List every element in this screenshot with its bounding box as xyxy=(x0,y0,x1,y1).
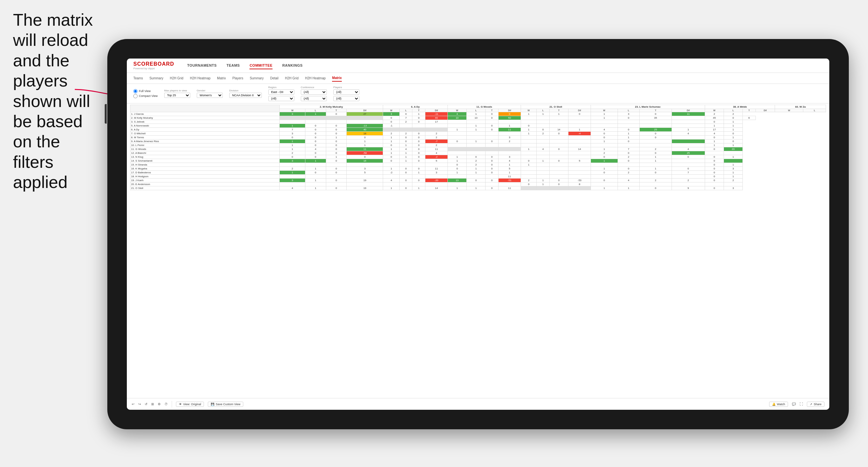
col-webb: 38. A Webb xyxy=(705,105,775,109)
watch-label: Watch xyxy=(777,403,785,406)
nav-tournaments[interactable]: TOURNAMENTS xyxy=(187,62,217,69)
zoom-button[interactable]: ⊞ xyxy=(151,402,154,406)
cell xyxy=(448,175,467,179)
reset-button[interactable]: ↺ xyxy=(145,402,147,406)
cell: 1 xyxy=(305,112,326,116)
cell: 0 xyxy=(412,155,425,159)
cell: 2 xyxy=(723,179,742,182)
cell: 0 xyxy=(486,186,498,190)
view-original-button[interactable]: 👁 View: Original xyxy=(176,402,204,407)
save-custom-button[interactable]: 💾 Save Custom View xyxy=(208,402,243,407)
comment-button[interactable]: 💬 xyxy=(792,402,796,406)
cell xyxy=(639,144,672,147)
sub-nav-detail[interactable]: Detail xyxy=(270,75,279,81)
wlt-w7: W xyxy=(775,109,803,112)
cell xyxy=(591,163,618,167)
players-select2[interactable]: (All) xyxy=(333,96,359,101)
cell: 1 xyxy=(591,112,618,116)
cell: 0 xyxy=(305,135,326,139)
cell: 14 xyxy=(549,128,568,132)
division-select[interactable]: NCAA Division II NCAA Division I NCAA Di… xyxy=(229,93,262,98)
sub-nav-matrix2[interactable]: Matrix xyxy=(332,75,341,82)
cell xyxy=(467,147,486,151)
players-select[interactable]: (All) xyxy=(333,89,359,95)
sub-nav-h2h-heatmap2[interactable]: H2H Heatmap xyxy=(305,75,326,81)
cell: 0 xyxy=(326,159,347,163)
tablet-side-button xyxy=(105,104,107,124)
cell: -4 xyxy=(568,132,591,135)
nav-teams[interactable]: TEAMS xyxy=(226,62,240,69)
compact-view-radio[interactable] xyxy=(133,94,137,98)
compact-view-option[interactable]: Compact View xyxy=(133,94,158,98)
cell: 1 xyxy=(639,167,672,171)
share-button[interactable]: ↗ Share xyxy=(807,402,825,407)
cell xyxy=(618,175,639,179)
cell: 1 xyxy=(618,132,639,135)
settings-button[interactable]: ⚙ xyxy=(158,402,161,406)
sub-nav-h2h-grid[interactable]: H2H Grid xyxy=(170,75,183,81)
sub-nav-h2h-heatmap[interactable]: H2H Heatmap xyxy=(190,75,210,81)
cell: 3 xyxy=(498,135,521,139)
cell xyxy=(412,124,425,128)
undo-button[interactable]: ↩ xyxy=(132,402,134,406)
cell xyxy=(521,175,536,179)
wlt-w3: W xyxy=(448,109,467,112)
cell: 1 xyxy=(383,151,400,155)
conference-select[interactable]: (All) xyxy=(301,89,327,95)
cell: 0 xyxy=(486,128,498,132)
player-name: 19. J Kanh xyxy=(130,179,280,182)
watch-button[interactable]: 🔔 Watch xyxy=(769,402,788,407)
cell: 1 xyxy=(399,144,412,147)
matrix-content[interactable]: 2. M Kelly Mulcahy 6. A Dy 11. G Woods 2… xyxy=(127,103,829,398)
fullscreen-button[interactable]: ⛶ xyxy=(800,402,803,406)
cell xyxy=(549,135,568,139)
cell: 1 xyxy=(280,124,305,128)
wlt-l5: L xyxy=(618,109,639,112)
sub-nav-summary[interactable]: Summary xyxy=(149,75,163,81)
cell: 0 xyxy=(723,132,742,135)
gender-select[interactable]: Women's Men's xyxy=(197,93,223,98)
sub-nav-matrix[interactable]: Matrix xyxy=(217,75,226,81)
cell xyxy=(705,182,723,186)
cell xyxy=(705,151,723,155)
cell: -53 xyxy=(568,179,591,182)
full-view-radio[interactable] xyxy=(133,89,137,93)
cell: 1 xyxy=(672,128,705,132)
cell: 2 xyxy=(521,179,536,182)
nav-rankings[interactable]: RANKINGS xyxy=(282,62,303,69)
redo-button[interactable]: ↪ xyxy=(138,402,141,406)
cell: 1 xyxy=(639,159,672,163)
region-select[interactable]: East - DII (All) xyxy=(268,89,294,95)
save-custom-label: Save Custom View xyxy=(216,403,240,406)
cell: 0 xyxy=(399,167,412,171)
full-view-option[interactable]: Full View xyxy=(133,89,158,93)
annotation-text: The matrix will reload and the players s… xyxy=(13,10,104,192)
table-row: 21. O Stoll 4 1 0 19 1 0 1 14 1 1 0 11 xyxy=(130,186,826,190)
cell xyxy=(537,155,549,159)
region-select2[interactable]: (All) xyxy=(268,96,294,101)
cell xyxy=(537,167,549,171)
table-row: 2. M Kelly Mulcahy 0 7 0 40 10 10 0 50 xyxy=(130,116,826,120)
cell: 2 xyxy=(425,135,447,139)
max-players-select[interactable]: Top 25 Top 50 All xyxy=(164,93,190,98)
cell xyxy=(672,116,705,120)
cell xyxy=(486,151,498,155)
cell: 0 xyxy=(326,147,347,151)
player-name: 7. O Mitchell xyxy=(130,132,280,135)
cell xyxy=(326,175,347,179)
conference-select2[interactable]: (All) xyxy=(301,96,327,101)
player-name: 3. S Jelinek xyxy=(130,120,280,124)
cell xyxy=(521,186,536,190)
sub-nav-summary2[interactable]: Summary xyxy=(250,75,264,81)
cell: 2 xyxy=(425,144,447,147)
cell xyxy=(326,120,347,124)
cell: 7 xyxy=(399,116,412,120)
sub-nav-h2h-grid2[interactable]: H2H Grid xyxy=(285,75,299,81)
sub-nav-players[interactable]: Players xyxy=(232,75,243,81)
sub-nav-teams[interactable]: Teams xyxy=(133,75,143,81)
cell: 0 xyxy=(591,179,618,182)
clock-button[interactable]: ⏱ xyxy=(164,402,168,406)
nav-committee[interactable]: COMMITTEE xyxy=(249,62,273,69)
full-view-label: Full View xyxy=(139,89,151,93)
cell xyxy=(639,139,672,144)
